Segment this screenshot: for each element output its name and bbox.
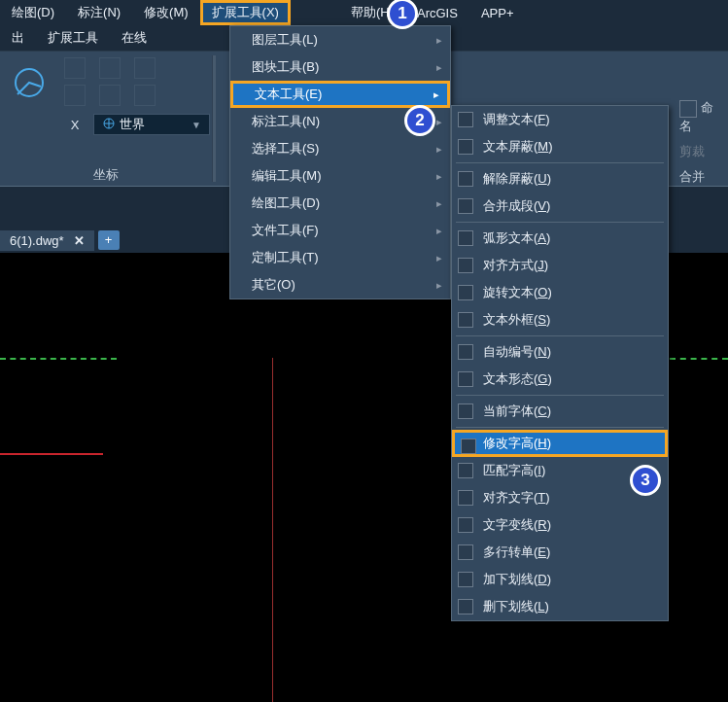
menu1-edit-tools[interactable]: 编辑工具(M): [230, 162, 450, 190]
text-tool-icon: [458, 285, 473, 300]
canvas-green-dashed-left: [0, 358, 117, 360]
submenu-item-h[interactable]: 修改字高(H): [452, 430, 668, 457]
submenu-item-o[interactable]: 旋转文本(O): [452, 279, 668, 306]
submenu-separator: [456, 335, 664, 336]
submenu-item-c[interactable]: 当前字体(C): [452, 398, 668, 425]
menu1-dim-tools-label: 标注工具(N): [252, 113, 320, 130]
menu-app-plus[interactable]: APP+: [469, 2, 526, 24]
ribbon-icon-2[interactable]: [99, 57, 121, 79]
new-tab-button[interactable]: +: [98, 230, 120, 250]
submenu-item-label: 文本形态(G): [483, 370, 552, 388]
menu1-select-tools-label: 选择工具(S): [252, 140, 319, 158]
menu1-block-tools-label: 图块工具(B): [252, 58, 319, 76]
text-tool-icon: [458, 198, 473, 214]
ribbon-icon-1[interactable]: [64, 57, 86, 79]
text-tool-icon: [458, 490, 473, 506]
sb-export[interactable]: 出: [0, 25, 36, 51]
menu1-file-tools-label: 文件工具(F): [252, 222, 319, 239]
cmd-merge[interactable]: 合并: [674, 164, 728, 190]
menu1-layer-tools[interactable]: 图层工具(L): [230, 26, 450, 53]
callout-2: 2: [404, 105, 435, 136]
ribbon-icon-6[interactable]: [134, 85, 156, 106]
menu1-other[interactable]: 其它(O): [230, 271, 450, 298]
ribbon-left-group: [0, 52, 58, 158]
submenu-item-g[interactable]: 文本形态(G): [452, 366, 668, 393]
ribbon-separator: [212, 55, 216, 182]
menu1-select-tools[interactable]: 选择工具(S): [230, 135, 450, 162]
submenu-item-n[interactable]: 自动编号(N): [452, 338, 668, 366]
text-tool-icon: [461, 439, 476, 454]
submenu-item-d[interactable]: 加下划线(D): [452, 566, 668, 593]
ribbon-icon-grid-group: X 世界 ▼: [58, 52, 216, 158]
chevron-down-icon: ▼: [191, 120, 201, 130]
right-panel: 命名 剪裁 合并: [674, 95, 728, 190]
text-tools-submenu: 调整文本(F)文本屏蔽(M)解除屏蔽(U)合并成段(V)弧形文本(A)对齐方式(…: [451, 105, 669, 621]
submenu-separator: [456, 222, 664, 223]
ribbon-icon-3[interactable]: [134, 57, 156, 79]
world-select[interactable]: 世界 ▼: [93, 114, 210, 135]
canvas-red-vertical: [272, 358, 273, 702]
submenu-item-u[interactable]: 解除屏蔽(U): [452, 165, 668, 193]
menu1-custom-tools-label: 定制工具(T): [252, 249, 319, 266]
submenu-item-j[interactable]: 对齐方式(J): [452, 252, 668, 279]
submenu-item-l[interactable]: 删下划线(L): [452, 593, 668, 620]
submenu-item-label: 当前字体(C): [483, 403, 551, 420]
file-tab-name: 6(1).dwg*: [10, 233, 64, 248]
submenu-item-s[interactable]: 文本外框(S): [452, 306, 668, 333]
file-tab-active[interactable]: 6(1).dwg* ✕: [0, 230, 94, 251]
menu1-text-tools[interactable]: 文本工具(E): [230, 81, 450, 108]
menu-draw[interactable]: 绘图(D): [0, 0, 66, 25]
text-tool-icon: [458, 312, 473, 328]
extend-tools-menu: 图层工具(L) 图块工具(B) 文本工具(E) 标注工具(N) 选择工具(S) …: [229, 25, 451, 299]
cmd-name[interactable]: 命名: [674, 95, 728, 139]
submenu-item-f[interactable]: 调整文本(F): [452, 106, 668, 133]
ribbon-icon-4[interactable]: [64, 85, 86, 106]
file-tab-close[interactable]: ✕: [74, 233, 85, 248]
menu1-draw-tools[interactable]: 绘图工具(D): [230, 190, 450, 217]
text-tool-icon: [458, 517, 473, 533]
menu-modify[interactable]: 修改(M): [132, 0, 200, 25]
world-icon: [102, 117, 116, 130]
submenu-item-label: 删下划线(L): [483, 598, 549, 615]
submenu-item-v[interactable]: 合并成段(V): [452, 193, 668, 220]
submenu-item-r[interactable]: 文字变线(R): [452, 511, 668, 539]
submenu-item-label: 文本外框(S): [483, 311, 550, 329]
ribbon-icon-5[interactable]: [99, 85, 121, 106]
coord-x-label: X: [64, 118, 86, 132]
menu-extend-tools[interactable]: 扩展工具(X): [200, 0, 291, 25]
menu1-edit-tools-label: 编辑工具(M): [252, 167, 322, 185]
sb-online[interactable]: 在线: [110, 25, 158, 51]
menu1-custom-tools[interactable]: 定制工具(T): [230, 244, 450, 271]
text-tool-icon: [458, 544, 473, 560]
submenu-item-label: 对齐文字(T): [483, 489, 550, 507]
menu-annotate[interactable]: 标注(N): [66, 0, 132, 25]
cmd-clip[interactable]: 剪裁: [674, 139, 728, 164]
submenu-item-m[interactable]: 文本屏蔽(M): [452, 133, 668, 160]
submenu-item-label: 调整文本(F): [483, 111, 550, 128]
menu1-file-tools[interactable]: 文件工具(F): [230, 217, 450, 244]
ucs-icon[interactable]: [12, 65, 47, 100]
menu1-block-tools[interactable]: 图块工具(B): [230, 53, 450, 81]
sb-extend[interactable]: 扩展工具: [36, 25, 110, 51]
submenu-item-label: 旋转文本(O): [483, 284, 552, 301]
text-tool-icon: [458, 258, 473, 273]
submenu-item-label: 文本屏蔽(M): [483, 138, 553, 156]
submenu-separator: [456, 162, 664, 163]
cmd-merge-label: 合并: [679, 169, 705, 184]
menu1-layer-tools-label: 图层工具(L): [252, 31, 318, 49]
submenu-item-e[interactable]: 多行转单(E): [452, 539, 668, 566]
world-select-label: 世界: [120, 117, 145, 131]
submenu-item-a[interactable]: 弧形文本(A): [452, 225, 668, 252]
submenu-item-label: 匹配字高(I): [483, 462, 545, 479]
text-tool-icon: [458, 404, 473, 419]
submenu-item-label: 自动编号(N): [483, 343, 551, 361]
menu-hidden[interactable]: [291, 9, 339, 17]
submenu-item-label: 文字变线(R): [483, 516, 551, 534]
menu1-text-tools-label: 文本工具(E): [255, 86, 322, 103]
text-tool-icon: [458, 599, 473, 614]
canvas-red-line: [0, 453, 103, 455]
text-tool-icon: [458, 344, 473, 360]
ribbon-section-label: 坐标: [0, 166, 212, 184]
submenu-item-label: 解除屏蔽(U): [483, 170, 551, 188]
text-tool-icon: [458, 463, 473, 478]
